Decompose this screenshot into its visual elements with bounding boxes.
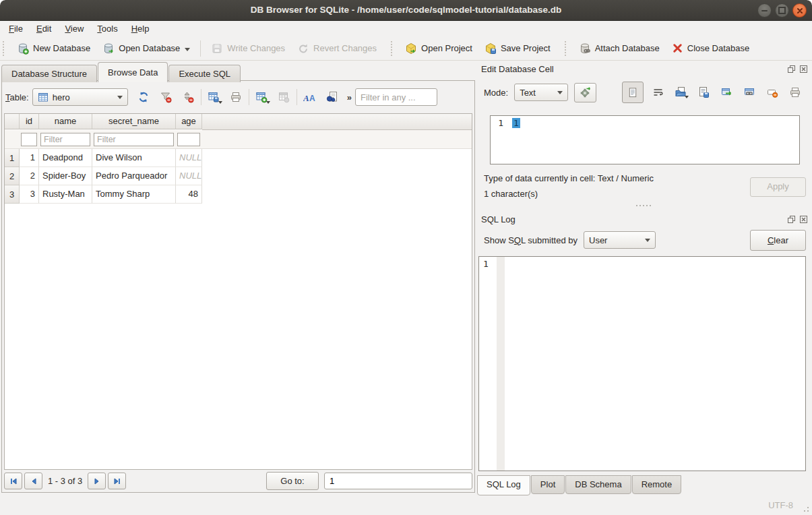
printer-icon (789, 86, 801, 98)
clear-sorting-button[interactable] (179, 88, 197, 107)
cell-id[interactable]: 3 (20, 185, 39, 204)
dock-tab-remote[interactable]: Remote (632, 475, 682, 494)
cell-secret-name[interactable]: Dive Wilson (92, 149, 176, 167)
open-in-app-button[interactable] (718, 84, 735, 101)
font-settings-button[interactable]: A A (301, 88, 319, 107)
resize-grip[interactable] (803, 506, 809, 512)
export-data-button[interactable] (695, 84, 712, 101)
copy-link-button[interactable] (741, 84, 758, 101)
close-database-button[interactable]: Close Database (666, 39, 756, 57)
cell-id[interactable]: 2 (20, 167, 39, 185)
row-header[interactable]: 2 (5, 167, 20, 185)
cell-age[interactable]: NULL (176, 167, 202, 185)
next-record-button[interactable] (88, 473, 106, 489)
close-button[interactable] (792, 3, 807, 18)
cell-age[interactable]: 48 (176, 185, 202, 204)
dock-tab-sql-log[interactable]: SQL Log (477, 475, 530, 495)
cell-secret-name[interactable]: Tommy Sharp (92, 185, 176, 204)
dock-tab-db-schema[interactable]: DB Schema (565, 475, 631, 494)
apply-format-button[interactable] (574, 83, 596, 102)
import-data-button[interactable] (672, 84, 689, 101)
float-dock-button[interactable] (786, 214, 796, 224)
close-dock-button[interactable] (799, 64, 808, 73)
cell-name[interactable]: Spider-Boy (39, 167, 92, 185)
attach-database-button[interactable]: Attach Database (573, 39, 666, 58)
print-button[interactable] (227, 88, 245, 107)
open-database-dropdown-caret[interactable] (185, 48, 190, 54)
cell-name[interactable]: Rusty-Man (39, 185, 92, 204)
open-database-label: Open Database (119, 43, 180, 53)
set-null-button[interactable] (763, 84, 781, 101)
word-wrap-button[interactable] (649, 84, 666, 101)
save-project-button[interactable]: Save Project (478, 39, 557, 58)
cell-age[interactable]: NULL (176, 149, 202, 167)
menu-file[interactable]: File (2, 22, 30, 35)
insert-record-button[interactable] (253, 88, 271, 107)
window-controls (757, 3, 807, 18)
maximize-button[interactable] (775, 3, 789, 18)
dock-splitter-handle[interactable] (475, 204, 812, 208)
dock-tab-plot[interactable]: Plot (531, 475, 565, 494)
titlebar[interactable]: DB Browser for SQLite - /home/user/code/… (0, 0, 812, 21)
new-database-button[interactable]: New Database (11, 39, 96, 58)
save-table-button[interactable] (205, 88, 223, 107)
sql-source-select[interactable]: User (584, 231, 656, 249)
sql-log-editor[interactable]: 1 (478, 256, 806, 471)
cell-value-selected-text: 1 (512, 118, 520, 128)
previous-record-button[interactable] (24, 473, 42, 489)
row-header[interactable]: 3 (5, 185, 20, 204)
cell-id[interactable]: 1 (20, 149, 39, 167)
tab-database-structure[interactable]: Database Structure (1, 65, 97, 82)
toolbar-handle[interactable] (565, 41, 569, 56)
row-header[interactable]: 1 (5, 149, 20, 167)
table-row[interactable]: 2 2 Spider-Boy Pedro Parqueador NULL (5, 167, 472, 185)
column-header-age[interactable]: age (176, 114, 202, 129)
toolbar-handle[interactable] (3, 41, 7, 56)
table-row[interactable]: 3 3 Rusty-Man Tommy Sharp 48 (5, 185, 472, 204)
apply-button: Apply (750, 177, 806, 197)
cell-value-editor[interactable]: 1 1 (490, 115, 800, 164)
minimize-button[interactable] (757, 3, 772, 18)
refresh-button[interactable] (135, 88, 153, 107)
mode-select[interactable]: Text (514, 84, 568, 101)
next-record-icon (93, 477, 101, 485)
column-header-id[interactable]: id (20, 114, 39, 129)
menu-view[interactable]: View (58, 22, 90, 35)
filter-input-age[interactable] (177, 133, 200, 146)
table-row[interactable]: 1 1 Deadpond Dive Wilson NULL (5, 149, 472, 167)
toolbar-handle[interactable] (391, 41, 396, 56)
text-mode-button[interactable] (622, 82, 644, 103)
open-project-button[interactable]: Open Project (399, 39, 478, 58)
table-select[interactable]: hero (32, 88, 128, 106)
filter-input-secret-name[interactable] (94, 133, 174, 146)
chevron-down-icon (266, 101, 270, 106)
toolbar-overflow-button[interactable]: » (347, 92, 352, 102)
goto-input[interactable] (324, 473, 472, 489)
last-record-button[interactable] (108, 473, 126, 489)
filter-input-name[interactable] (40, 133, 90, 146)
open-database-button[interactable]: Open Database (96, 39, 196, 58)
menu-edit[interactable]: Edit (30, 22, 58, 35)
write-changes-icon (211, 42, 223, 55)
column-header-secret-name[interactable]: secret_name (92, 114, 176, 129)
filter-input-id[interactable] (21, 133, 37, 146)
float-dock-button[interactable] (786, 64, 796, 73)
menu-tools[interactable]: Tools (90, 22, 124, 35)
browse-toolbar-separator (296, 89, 297, 105)
cell-name[interactable]: Deadpond (39, 149, 92, 167)
tab-execute-sql[interactable]: Execute SQL (168, 65, 241, 82)
cell-secret-name[interactable]: Pedro Parqueador (92, 167, 176, 185)
column-header-name[interactable]: name (39, 114, 92, 129)
log-line-number: 1 (479, 257, 497, 471)
clear-log-button[interactable]: Clear (750, 230, 806, 251)
goto-button[interactable]: Go to: (266, 472, 319, 490)
write-changes-button: Write Changes (205, 39, 291, 58)
clear-filters-button[interactable] (157, 88, 175, 107)
menu-help[interactable]: Help (125, 22, 156, 35)
print-cell-button[interactable] (786, 84, 804, 101)
filter-any-input[interactable] (355, 88, 437, 106)
close-dock-button[interactable] (799, 214, 808, 224)
first-record-button[interactable] (4, 473, 22, 489)
tab-browse-data[interactable]: Browse Data (98, 62, 168, 82)
find-replace-button[interactable] (323, 88, 342, 107)
